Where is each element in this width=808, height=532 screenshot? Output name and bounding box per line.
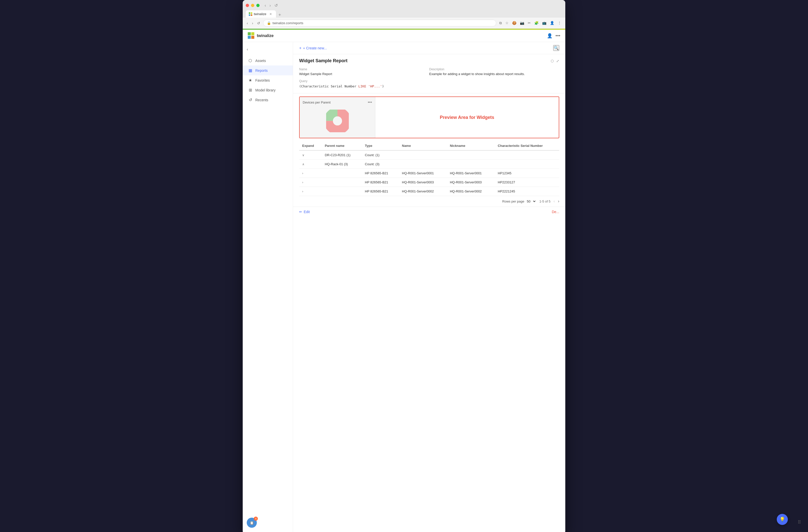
prev-page-button[interactable]: ‹ <box>553 199 555 204</box>
more-menu-icon[interactable]: ••• <box>555 33 560 39</box>
create-new-button[interactable]: + + Create new... <box>299 46 327 50</box>
name-value: Widget Sample Report <box>299 72 429 76</box>
sidebar-item-reports[interactable]: ▦ Reports <box>243 65 293 75</box>
svg-rect-6 <box>248 36 251 39</box>
table-row: ∨ DR-C23-R201 (1) Count: (1) <box>299 150 559 160</box>
grid-icon: ⠿ <box>798 519 801 525</box>
browser-chrome: ‹ › ↺ twinalize ✕ + <box>243 0 565 18</box>
collapse-button[interactable]: ∧ <box>302 163 305 166</box>
sidebar: ‹ ⬡ Assets ▦ Reports ★ Favorites ⊞ Model… <box>243 42 293 532</box>
svg-point-10 <box>333 116 342 126</box>
edit-button[interactable]: ✏ Edit <box>299 210 310 214</box>
app-header-actions: 👤 ••• <box>547 33 560 39</box>
edit-icon: ✏ <box>299 210 302 214</box>
report-meta-description: Description Example for adding a widget … <box>429 68 559 76</box>
query-text: (Characteristic Serial Number LIKE 'HP..… <box>299 84 559 88</box>
sidebar-item-assets[interactable]: ⬡ Assets <box>243 56 293 65</box>
sidebar-item-model-library[interactable]: ⊞ Model library <box>243 85 293 95</box>
parent-name-cell: DR-C23-R201 (1) <box>322 150 362 160</box>
widget-area: Devices per Parent ••• Pre <box>299 96 559 138</box>
parent-name-cell <box>322 187 362 196</box>
notification-badge[interactable]: 📋 4 <box>247 518 257 528</box>
puzzle-icon[interactable]: 🧩 <box>533 20 539 26</box>
new-tab-button[interactable]: + <box>276 12 283 18</box>
create-new-label: + Create new... <box>303 46 327 50</box>
grid-button[interactable]: ⠿ <box>798 519 801 525</box>
parent-name-cell <box>322 169 362 178</box>
report-table-container: Expand Parent name Type Name Nickname Ch… <box>293 141 565 196</box>
sidebar-item-favorites-label: Favorites <box>255 78 270 82</box>
report-title-row: Widget Sample Report ⬡ ⤢ <box>299 58 559 63</box>
logo-icon <box>248 32 255 39</box>
col-type: Type <box>362 141 399 150</box>
recents-icon: ↺ <box>248 97 253 102</box>
cast-icon[interactable]: 📺 <box>541 20 547 26</box>
external-link-icon[interactable]: ⬡ <box>551 59 554 63</box>
serial-cell <box>495 160 559 169</box>
app-logo: twinalize <box>248 32 274 39</box>
refresh-button[interactable]: ↺ <box>256 20 261 26</box>
more-options-icon[interactable]: ⋮ <box>557 20 562 26</box>
sidebar-item-recents[interactable]: ↺ Recents <box>243 95 293 105</box>
sidebar-item-reports-label: Reports <box>255 69 268 73</box>
col-serial: Characteristic Serial Number <box>495 141 559 150</box>
forward-button[interactable]: › <box>251 20 254 26</box>
nickname-cell: HQ-R001-Server0001 <box>447 169 495 178</box>
tab-favicon-icon <box>249 12 252 16</box>
parent-name-cell <box>322 178 362 187</box>
model-library-icon: ⊞ <box>248 88 253 92</box>
name-cell <box>399 160 447 169</box>
nickname-cell <box>447 150 495 160</box>
screen-share-icon[interactable]: ⧉ <box>498 20 503 26</box>
table-body: ∨ DR-C23-R201 (1) Count: (1) ∧ HQ-Rack-0… <box>299 150 559 196</box>
delete-button[interactable]: De... <box>552 210 559 214</box>
expand-icon[interactable]: ⤢ <box>556 59 559 63</box>
sidebar-item-model-library-label: Model library <box>255 88 275 92</box>
browser-toolbar-icons: ⧉ ☆ 🍪 📷 ✂ 🧩 📺 👤 ⋮ <box>498 20 562 26</box>
widget-card-header: Devices per Parent ••• <box>303 100 372 104</box>
sidebar-item-favorites[interactable]: ★ Favorites <box>243 75 293 85</box>
main-content: + + Create new... 🔍 Widget Sample Report… <box>293 42 565 532</box>
extension2-icon[interactable]: ✂ <box>527 20 532 26</box>
camera-icon[interactable]: 📷 <box>519 20 525 26</box>
browser-forward-button[interactable]: › <box>269 2 272 8</box>
rows-per-page: Rows per page 50 25 100 <box>502 199 536 204</box>
col-expand: Expand <box>299 141 322 150</box>
search-button[interactable]: 🔍 <box>553 45 559 51</box>
next-page-button[interactable]: › <box>558 199 559 204</box>
bookmark-icon[interactable]: ☆ <box>504 20 510 26</box>
user-icon[interactable]: 👤 <box>547 33 552 39</box>
address-bar[interactable]: 🔒 twinalize.com/reports <box>263 20 496 26</box>
back-button[interactable]: ‹ <box>246 20 249 26</box>
sidebar-bottom: 📋 4 <box>243 515 293 531</box>
browser-tab-active[interactable]: twinalize ✕ <box>246 10 276 18</box>
child-expand-button[interactable]: › <box>302 190 303 193</box>
browser-controls: ‹ › ↺ <box>246 2 562 8</box>
query-part-1: (Characteristic Serial Number <box>299 84 359 88</box>
svg-rect-5 <box>251 32 254 35</box>
extension1-icon[interactable]: 🍪 <box>511 20 517 26</box>
profile-icon[interactable]: 👤 <box>549 20 555 26</box>
browser-minimize-dot[interactable] <box>251 4 254 7</box>
browser-maximize-dot[interactable] <box>256 4 260 7</box>
sidebar-collapse-button[interactable]: ‹ <box>243 45 293 54</box>
rows-per-page-select[interactable]: 50 25 100 <box>526 199 536 204</box>
browser-back-button[interactable]: ‹ <box>264 2 267 8</box>
child-expand-button[interactable]: › <box>302 172 303 175</box>
child-expand-button[interactable]: › <box>302 180 303 184</box>
expand-button[interactable]: ∨ <box>302 153 305 157</box>
widget-menu-icon[interactable]: ••• <box>368 100 372 104</box>
lightbulb-button[interactable]: 💡 <box>777 514 788 525</box>
name-label: Name <box>299 68 429 71</box>
table-row: ∧ HQ-Rack-01 (3) Count: (3) <box>299 160 559 169</box>
query-section: Query (Characteristic Serial Number LIKE… <box>299 79 559 88</box>
nickname-cell <box>447 160 495 169</box>
browser-refresh-button[interactable]: ↺ <box>273 2 279 8</box>
tab-close-icon[interactable]: ✕ <box>270 12 272 16</box>
browser-close-dot[interactable] <box>246 4 249 7</box>
query-label: Query <box>299 79 559 83</box>
serial-cell: HP2233127 <box>495 178 559 187</box>
svg-rect-1 <box>251 12 252 14</box>
main-toolbar: + + Create new... 🔍 <box>293 42 565 54</box>
svg-rect-3 <box>251 14 252 16</box>
